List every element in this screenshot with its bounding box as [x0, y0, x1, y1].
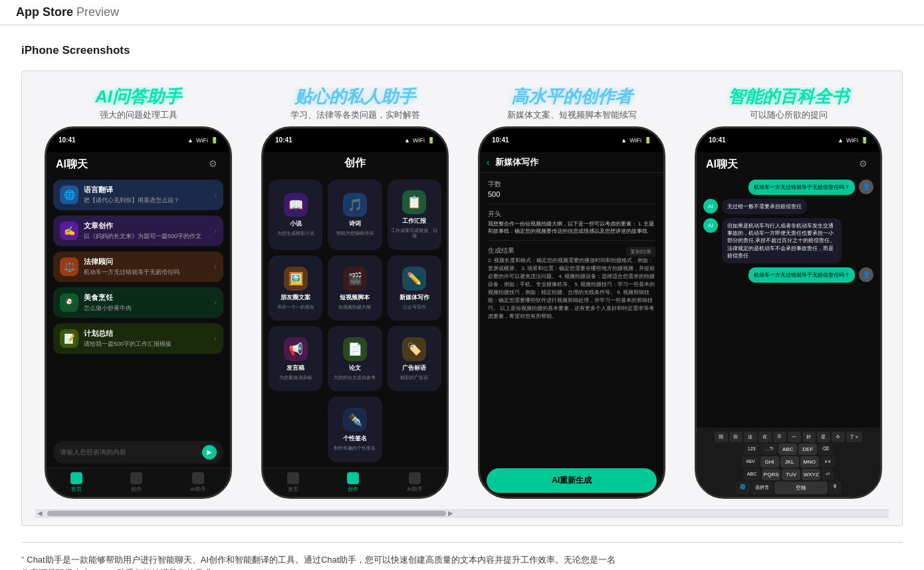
scrollbar-thumb[interactable]	[47, 511, 446, 516]
user-bubble-1: 机动车一方无过错就等于无赔偿责任吗？	[749, 180, 855, 195]
creation-thesis[interactable]: 📄 论文 为您的论文提供参考	[328, 326, 382, 391]
thesis-icon: 📄	[343, 337, 367, 361]
nav-ai[interactable]: AI助手	[190, 472, 206, 493]
user-bubble-2: 机动车一方无过错就等于无赔偿责任吗？	[749, 267, 855, 283]
ai-bubble-1: 无过错一般不需要承担赔偿责任	[722, 199, 807, 214]
notch-2	[328, 134, 382, 147]
signature-icon: ✒️	[343, 408, 367, 432]
chat-input-bar[interactable]: 请输入您想咨询的内容 ▶	[53, 441, 223, 464]
screenshots-area[interactable]: AI问答助手 强大的问题处理工具 10:41 ▲ WiFi 🔋	[21, 71, 903, 526]
phone-1-sub: 强大的问题处理工具	[35, 109, 241, 121]
screen4-content: AI聊天 ⚙ 👤 机动车一方无过错就等于无赔偿责任吗？	[697, 152, 880, 497]
phone-2: 10:41 ▲ WiFi 🔋 创作	[261, 126, 449, 499]
bubble-ai-1: AI 无过错一般不需要承担赔偿责任	[703, 199, 873, 214]
chevron-right-icon-5: ›	[214, 334, 217, 343]
scroll-right-arrow[interactable]: ▶	[446, 509, 455, 518]
nav-ai-2[interactable]: AI助手	[407, 472, 423, 493]
chat-input[interactable]: 请输入您想咨询的内容	[60, 448, 198, 457]
kb-suggestions: 我 你 这 在 不 一 好 是 今 了 ∨	[699, 430, 877, 444]
creation-report[interactable]: 📋 工作汇报 工作成果写成简报、日报	[388, 180, 441, 251]
screen2-content: 创作 📖 小说 为您生成精彩小说 🎵 诗词	[263, 152, 447, 497]
scroll-left-arrow[interactable]: ◀	[35, 509, 45, 518]
user-avatar-2: 👤	[859, 267, 873, 282]
gear-icon[interactable]: ⚙	[209, 158, 221, 170]
scrollbar[interactable]: ◀ ▶	[35, 509, 889, 517]
copy-button[interactable]: 复制结果	[626, 247, 655, 257]
phone-3-headline: 高水平的创作者	[469, 87, 675, 106]
regen-button[interactable]: AI重新生成	[487, 468, 657, 493]
chat-item-3[interactable]: ⚖️ 法律顾问 机动车一方无过错就等于无赔偿任吗 ›	[53, 251, 223, 282]
ai-avatar: AI	[703, 199, 718, 214]
status-icons-1: ▲ WiFi 🔋	[187, 137, 218, 144]
phone-4-screen: 10:41 ▲ WiFi 🔋 AI聊天 ⚙	[697, 128, 880, 497]
divider-2	[488, 240, 655, 241]
create-icon-2	[347, 472, 359, 484]
phone-3-wrapper: 高水平的创作者 新媒体文案、短视频脚本智能续写 10:41 ▲ WiFi 🔋	[469, 87, 675, 499]
creation-poetry[interactable]: 🎵 诗词 智能为您编辑诗词	[328, 180, 382, 251]
chat-item-1[interactable]: 🌐 语言翻译 把【请代心见到你】用英语怎么说？ ›	[53, 180, 223, 210]
page-title: App Store Preview	[16, 5, 119, 19]
chat-item-4[interactable]: 🍳 美食烹饪 怎么做小炒黄牛肉 ›	[53, 287, 223, 318]
phone-2-wrapper: 贴心的私人助手 学习、法律等各类问题，实时解答 10:41 ▲ WiFi 🔋	[252, 87, 458, 499]
chat-icon-4: 🍳	[60, 293, 78, 312]
creation-moments[interactable]: 🖼️ 朋友圈文案 库存一个一的朋友	[269, 255, 322, 321]
screen1-content: AI聊天 ⚙ 🌐 语言翻译 把【请代心见到你】用英语怎么说？	[47, 152, 230, 497]
novel-icon: 📖	[284, 193, 308, 217]
chat-bubbles: 👤 机动车一方无过错就等于无赔偿责任吗？ AI 无过错一般不需要承	[697, 176, 880, 428]
phone-2-caption: 贴心的私人助手 学习、法律等各类问题，实时解答	[252, 87, 458, 121]
main-content: iPhone Screenshots AI问答助手 强大的问题处理工具 10:4…	[0, 25, 924, 570]
nav-create-2[interactable]: 创作	[347, 472, 359, 493]
creation-speech[interactable]: 📢 发言稿 为您量身演讲稿	[269, 326, 322, 391]
description-section: " Chat助手是一款能够帮助用户进行智能聊天、AI创作和智能翻译的工具。通过C…	[21, 542, 903, 570]
phone-4-wrapper: 智能的百科全书 可以随心所欲的提问 10:41 ▲ WiFi 🔋	[685, 87, 889, 499]
phone-2-screen: 10:41 ▲ WiFi 🔋 创作	[263, 128, 447, 497]
creation-media[interactable]: ✏️ 新媒体写作 公众号写作	[388, 255, 441, 321]
phone-4: 10:41 ▲ WiFi 🔋 AI聊天 ⚙	[695, 126, 882, 499]
chat-item-2[interactable]: ✍️ 文章创作 以《妈妈的长文来》为题写一篇500字的作文 ›	[53, 215, 223, 246]
status-bar-2: 10:41 ▲ WiFi 🔋	[263, 128, 447, 152]
gear-icon-4[interactable]: ⚙	[859, 158, 871, 170]
nav-create[interactable]: 创作	[130, 472, 142, 493]
bubble-user-2: 👤 机动车一方无过错就等于无赔偿责任吗？	[703, 267, 873, 283]
nav-home-2[interactable]: 首页	[287, 472, 299, 493]
ad-icon: 🏷️	[402, 337, 426, 361]
phone-4-headline: 智能的百科全书	[685, 87, 889, 106]
chat-icon-5: 📝	[60, 329, 78, 348]
send-button[interactable]: ▶	[202, 445, 217, 460]
ai-icon	[192, 472, 204, 484]
video-icon: 🎬	[343, 267, 367, 291]
phone-4-sub: 可以随心所欲的提问	[685, 109, 889, 121]
screenshots-row: AI问答助手 强大的问题处理工具 10:41 ▲ WiFi 🔋	[35, 87, 889, 507]
screen3-header: ‹ 新媒体写作	[480, 152, 663, 173]
status-icons-3: ▲ WiFi 🔋	[621, 137, 651, 144]
chat-icon-1: 🌐	[60, 186, 78, 204]
keyboard[interactable]: 我 你 这 在 不 一 好 是 今 了 ∨	[697, 428, 880, 497]
notch-1	[112, 134, 165, 147]
creation-ad[interactable]: 🏷️ 广告标语 精彩的广告语	[388, 326, 441, 391]
status-icons-2: ▲ WiFi 🔋	[404, 137, 435, 144]
chevron-right-icon-2: ›	[214, 226, 217, 235]
bottom-nav-2: 首页 创作 AI助手	[263, 468, 447, 497]
creation-signature[interactable]: ✒️ 个性签名 制作有趣的个性签名	[328, 396, 382, 462]
creation-video[interactable]: 🎬 短视频脚本 短视频拍摄大纲	[328, 255, 382, 321]
phone-3: 10:41 ▲ WiFi 🔋 ‹ 新媒体写作	[478, 126, 665, 499]
phone-1-headline: AI问答助手	[35, 87, 241, 106]
phone-1-wrapper: AI问答助手 强大的问题处理工具 10:41 ▲ WiFi 🔋	[35, 87, 241, 499]
screen3-content: ‹ 新媒体写作 字数 500 开头	[480, 152, 663, 497]
chat-item-5[interactable]: 📝 计划总结 请给我一篇500字的工作汇报模板 ›	[53, 323, 223, 354]
chat-icon-2: ✍️	[60, 221, 78, 240]
back-button[interactable]: ‹	[487, 157, 490, 168]
phone-1-caption: AI问答助手 强大的问题处理工具	[35, 87, 241, 121]
moments-icon: 🖼️	[284, 267, 308, 291]
nav-home[interactable]: 首页	[70, 472, 82, 493]
phone-1: 10:41 ▲ WiFi 🔋 AI聊天 ⚙	[45, 126, 232, 499]
status-bar-1: 10:41 ▲ WiFi 🔋	[47, 128, 230, 152]
creation-novel[interactable]: 📖 小说 为您生成精彩小说	[269, 180, 322, 251]
phone-4-caption: 智能的百科全书 可以随心所欲的提问	[685, 87, 889, 121]
app-header: App Store Preview	[0, 0, 924, 25]
notch-4	[762, 134, 815, 147]
bottom-nav-1: 首页 创作 AI助手	[47, 468, 230, 497]
kb-space[interactable]: 空格	[774, 482, 828, 494]
kb-row-3: ABC PQRS TUV WXYZ ⏎	[699, 469, 877, 480]
chat-list: 🌐 语言翻译 把【请代心见到你】用英语怎么说？ › ✍️	[47, 176, 230, 437]
